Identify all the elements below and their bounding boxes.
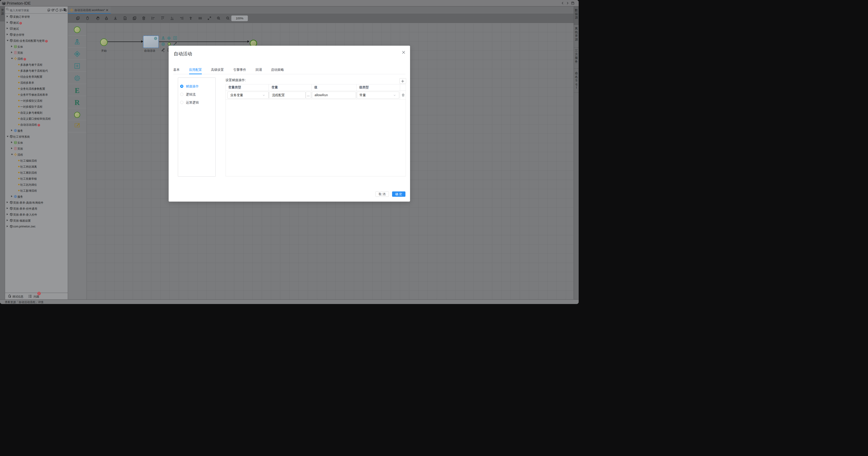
svg-text:AI: AI — [48, 9, 50, 11]
svg-text:文: 文 — [65, 9, 67, 11]
